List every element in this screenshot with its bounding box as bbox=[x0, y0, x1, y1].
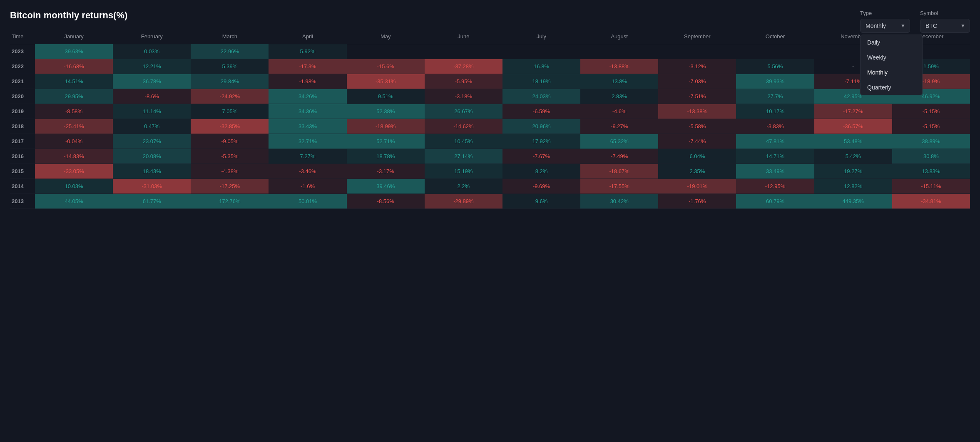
value-cell: -32.85% bbox=[191, 119, 269, 134]
value-cell: -36.57% bbox=[814, 119, 892, 134]
table-row: 2022-16.68%12.21%5.39%-17.3%-15.6%-37.28… bbox=[10, 59, 970, 74]
value-cell: 50.01% bbox=[269, 194, 346, 209]
col-header-may: May bbox=[347, 29, 425, 44]
value-cell: 39.93% bbox=[736, 74, 814, 89]
year-cell: 2017 bbox=[10, 134, 35, 149]
value-cell: 32.71% bbox=[269, 134, 346, 149]
value-cell: 9.51% bbox=[347, 89, 425, 104]
value-cell: -15.6% bbox=[347, 59, 425, 74]
col-header-february: February bbox=[113, 29, 191, 44]
value-cell: -18.99% bbox=[347, 119, 425, 134]
value-cell: 14.71% bbox=[736, 149, 814, 164]
table-row: 201410.03%-31.03%-17.25%-1.6%39.46%2.2%-… bbox=[10, 179, 970, 194]
value-cell: -17.27% bbox=[814, 104, 892, 119]
value-cell: 34.26% bbox=[269, 89, 346, 104]
table-row: 2015-33.05%18.43%-4.38%-3.46%-3.17%15.19… bbox=[10, 164, 970, 179]
year-cell: 2014 bbox=[10, 179, 35, 194]
value-cell: 6.04% bbox=[658, 149, 736, 164]
year-cell: 2020 bbox=[10, 89, 35, 104]
value-cell: -5.35% bbox=[191, 149, 269, 164]
value-cell: -31.03% bbox=[113, 179, 191, 194]
type-dropdown-arrow: ▼ bbox=[900, 23, 905, 29]
value-cell: -3.12% bbox=[658, 59, 736, 74]
value-cell: -1.76% bbox=[658, 194, 736, 209]
value-cell: 13.8% bbox=[580, 74, 658, 89]
value-cell: 9.6% bbox=[502, 194, 580, 209]
value-cell: -17.25% bbox=[191, 179, 269, 194]
value-cell: 29.84% bbox=[191, 74, 269, 89]
symbol-dropdown-value: BTC bbox=[925, 22, 937, 29]
value-cell: -7.67% bbox=[502, 149, 580, 164]
value-cell: -5.58% bbox=[658, 119, 736, 134]
value-cell: 7.05% bbox=[191, 104, 269, 119]
value-cell: -0.04% bbox=[35, 134, 113, 149]
value-cell: 2.2% bbox=[425, 179, 502, 194]
returns-table: TimeJanuaryFebruaryMarchAprilMayJuneJuly… bbox=[10, 29, 970, 209]
year-cell: 2021 bbox=[10, 74, 35, 89]
value-cell: 15.19% bbox=[425, 164, 502, 179]
type-option-daily[interactable]: Daily bbox=[861, 35, 922, 50]
value-cell: -14.83% bbox=[35, 149, 113, 164]
value-cell: 24.03% bbox=[502, 89, 580, 104]
value-cell: 27.7% bbox=[736, 89, 814, 104]
value-cell: -25.41% bbox=[35, 119, 113, 134]
value-cell: -3.83% bbox=[736, 119, 814, 134]
type-option-quarterly[interactable]: Quarterly bbox=[861, 80, 922, 95]
type-dropdown-wrap: Monthly ▼ Daily Weekly Monthly Quarterly bbox=[860, 19, 910, 33]
col-header-time: Time bbox=[10, 29, 35, 44]
value-cell: 172.76% bbox=[191, 194, 269, 209]
value-cell: 30.42% bbox=[580, 194, 658, 209]
value-cell: 20.08% bbox=[113, 149, 191, 164]
value-cell: -24.92% bbox=[191, 89, 269, 104]
value-cell: -13.88% bbox=[580, 59, 658, 74]
value-cell: 19.27% bbox=[814, 164, 892, 179]
value-cell: 52.71% bbox=[347, 134, 425, 149]
table-row: 2016-14.83%20.08%-5.35%7.27%18.78%27.14%… bbox=[10, 149, 970, 164]
value-cell: 52.38% bbox=[347, 104, 425, 119]
symbol-dropdown[interactable]: BTC ▼ bbox=[920, 19, 970, 33]
value-cell: 23.07% bbox=[113, 134, 191, 149]
col-header-june: June bbox=[425, 29, 502, 44]
value-cell: -8.56% bbox=[347, 194, 425, 209]
value-cell: -9.05% bbox=[191, 134, 269, 149]
value-cell bbox=[580, 44, 658, 59]
value-cell: 33.49% bbox=[736, 164, 814, 179]
col-header-march: March bbox=[191, 29, 269, 44]
value-cell: -5.95% bbox=[425, 74, 502, 89]
year-cell: 2015 bbox=[10, 164, 35, 179]
value-cell: 36.78% bbox=[113, 74, 191, 89]
type-option-weekly[interactable]: Weekly bbox=[861, 50, 922, 65]
value-cell: -9.27% bbox=[580, 119, 658, 134]
value-cell: -7.03% bbox=[658, 74, 736, 89]
value-cell: -3.46% bbox=[269, 164, 346, 179]
value-cell: 26.67% bbox=[425, 104, 502, 119]
year-cell: 2023 bbox=[10, 44, 35, 59]
value-cell: 5.39% bbox=[191, 59, 269, 74]
value-cell: -1.6% bbox=[269, 179, 346, 194]
col-header-april: April bbox=[269, 29, 346, 44]
type-dropdown[interactable]: Monthly ▼ bbox=[860, 19, 910, 33]
value-cell: -9.69% bbox=[502, 179, 580, 194]
value-cell: 10.17% bbox=[736, 104, 814, 119]
value-cell: -3.18% bbox=[425, 89, 502, 104]
year-cell: 2016 bbox=[10, 149, 35, 164]
value-cell: -16.68% bbox=[35, 59, 113, 74]
value-cell: 449.35% bbox=[814, 194, 892, 209]
value-cell: -7.44% bbox=[658, 134, 736, 149]
value-cell: 20.96% bbox=[502, 119, 580, 134]
value-cell: -33.05% bbox=[35, 164, 113, 179]
value-cell: 5.42% bbox=[814, 149, 892, 164]
type-option-monthly[interactable]: Monthly bbox=[861, 65, 922, 80]
value-cell: -12.95% bbox=[736, 179, 814, 194]
value-cell: -37.28% bbox=[425, 59, 502, 74]
symbol-dropdown-arrow: ▼ bbox=[960, 23, 965, 29]
col-header-july: July bbox=[502, 29, 580, 44]
value-cell: -7.51% bbox=[658, 89, 736, 104]
value-cell: 10.45% bbox=[425, 134, 502, 149]
value-cell: 61.77% bbox=[113, 194, 191, 209]
controls-panel: Type Monthly ▼ Daily Weekly Monthly Quar… bbox=[860, 10, 970, 33]
value-cell: 53.48% bbox=[814, 134, 892, 149]
year-cell: 2022 bbox=[10, 59, 35, 74]
col-header-september: September bbox=[658, 29, 736, 44]
table-row: 202029.95%-8.6%-24.92%34.26%9.51%-3.18%2… bbox=[10, 89, 970, 104]
